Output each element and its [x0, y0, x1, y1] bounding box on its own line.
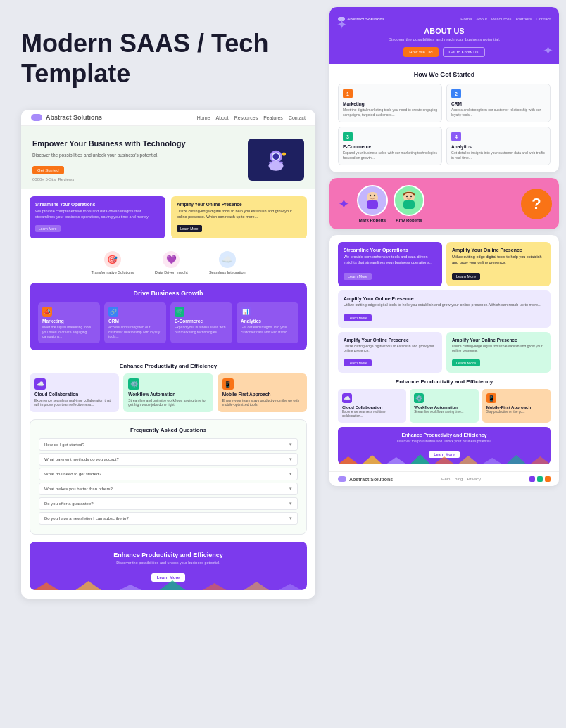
rc3-footer: Abstract Solutions Help Blog Privacy — [329, 471, 559, 486]
rc3-amplify-title: Amplify Your Online Presence — [452, 248, 545, 253]
mobile-icon: 📱 — [222, 378, 234, 390]
svg-marker-25 — [386, 457, 406, 464]
feature-card-streamline: Streamline Your Operations We provide co… — [30, 196, 165, 238]
faq-item-6[interactable]: Do you have a newsletter I can subscribe… — [39, 512, 298, 525]
svg-rect-4 — [269, 162, 272, 164]
rc3-full-text-1: Utilize cutting-edge digital tools to he… — [344, 302, 545, 307]
grid-item-marketing: 1 Marketing Meet the digital marketing t… — [338, 84, 442, 122]
question-badge: ? — [521, 189, 552, 219]
svg-point-17 — [370, 195, 371, 196]
rc3-full-btn-1[interactable]: Learn More — [344, 314, 372, 321]
chevron-down-icon: ▾ — [289, 456, 292, 462]
rc3-half-btn-1[interactable]: Learn More — [344, 359, 372, 366]
rc3-half-card-2: Amplify Your Online Presence Utilize cut… — [446, 332, 551, 373]
rc3-amplify-btn[interactable]: Learn More — [452, 273, 480, 280]
svg-marker-23 — [338, 456, 358, 464]
sparkle-star-icon: ✦ — [337, 17, 347, 32]
drive-card-ecommerce: 🛒 E-Commerce Expand your business sales … — [170, 302, 232, 343]
rc3-enhance-grid: ☁️ Cloud Collaboration Experience seamle… — [338, 389, 551, 423]
preview-hero: Empower Your Business with Technology Di… — [21, 126, 315, 189]
rc3-cta: Enhance Productivity and Efficiency Disc… — [338, 427, 551, 464]
svg-marker-11 — [198, 583, 232, 590]
svg-marker-28 — [458, 456, 478, 464]
testimonials-inner: ✦ — [329, 178, 559, 229]
icon-item-transformative: 🎯 Transformative Solutions — [91, 251, 134, 274]
faq-title: Frequently Asked Questions — [39, 427, 298, 433]
svg-point-21 — [406, 196, 408, 197]
about-body: How We Got Started 1 Marketing Meet the … — [329, 64, 559, 172]
hero-reviews: 6000+ 5-Star Reviews — [32, 177, 239, 181]
svg-rect-20 — [403, 200, 415, 209]
svg-marker-9 — [113, 585, 147, 590]
rc3-amplify-text: Utilize cutting-edge digital tools to he… — [452, 255, 545, 265]
get-to-know-button[interactable]: Get to Know Us — [443, 47, 485, 57]
testimonial-name-mark: Mark Roberts — [359, 218, 386, 222]
icon-label-integration: Seamless Integration — [209, 270, 246, 274]
drive-card-marketing: 📣 Marketing Meet the digital marketing t… — [38, 302, 100, 343]
dot-orange — [545, 476, 551, 482]
cloud-icon: ☁️ — [219, 251, 236, 268]
rc1-nav-links: Home About Resources Partners Contact — [460, 17, 551, 21]
feature-card-text: We provide comprehensive tools and data-… — [35, 209, 160, 219]
rc3-full-amplify-card-1: Amplify Your Online Presence Utilize cut… — [338, 290, 551, 328]
rc3-body: Streamline Your Operations We provide co… — [329, 235, 559, 471]
how-started-grid: 1 Marketing Meet the digital marketing t… — [338, 84, 551, 165]
faq-item-5[interactable]: Do you offer a guarantee? ▾ — [39, 497, 298, 510]
svg-marker-13 — [273, 584, 307, 590]
avatar-mark: Mark Roberts — [357, 185, 388, 222]
step-4-number: 4 — [451, 132, 461, 141]
faq-section: Frequently Asked Questions How do I get … — [30, 419, 307, 535]
dot-green — [537, 476, 543, 482]
step-1-number: 1 — [343, 89, 353, 98]
icon-item-data: 💜 Data Driven Insight — [155, 251, 188, 274]
cta-wave — [338, 453, 551, 464]
cta-title-left: Enhance Productivity and Efficiency — [38, 551, 298, 558]
chevron-down-icon: ▾ — [289, 486, 292, 492]
faq-item-4[interactable]: What makes you better than others? ▾ — [39, 483, 298, 495]
footer-links: Help Blog Privacy — [441, 477, 481, 481]
rec-workflow: ⚙️ Workflow Automation Streamline workfl… — [410, 389, 478, 423]
heart-icon: 💜 — [163, 251, 180, 268]
amplify-learn-more-button[interactable]: Learn More — [177, 225, 202, 232]
preview-icons-row: 🎯 Transformative Solutions 💜 Data Driven… — [21, 245, 315, 283]
left-panel: Modern SAAS / Tech Template Abstract Sol… — [0, 0, 329, 728]
footer-logo-cloud-icon — [338, 476, 346, 482]
hero-image — [248, 139, 304, 181]
rc3-streamline-title: Streamline Your Operations — [344, 248, 436, 253]
rc1-nav: Abstract Solutions Home About Resources … — [338, 17, 551, 21]
feature-card-text-2: Utilize cutting-edge digital tools to he… — [177, 209, 301, 219]
how-we-did-button[interactable]: How We Did — [403, 47, 438, 57]
enhance-cards: ☁️ Cloud Collaboration Experience seamle… — [21, 373, 315, 419]
svg-marker-12 — [239, 582, 273, 590]
faq-item-3[interactable]: What do I need to get started? ▾ — [39, 468, 298, 480]
hero-cta-button[interactable]: Get Started — [32, 166, 64, 174]
enhance-card-mobile: 📱 Mobile-First Approach Ensure your team… — [218, 373, 307, 412]
hero-subtitle: Discover the possibilities and unlock yo… — [32, 153, 239, 158]
cloud-icon-2: ☁️ — [342, 393, 352, 403]
about-buttons: How We Did Get to Know Us — [338, 47, 551, 57]
ecommerce-icon: 🛒 — [175, 307, 184, 317]
streamline-learn-more-button[interactable]: Learn More — [35, 225, 61, 232]
faq-item-1[interactable]: How do I get started? ▾ — [39, 438, 298, 451]
enhance-card-workflow: ⚙️ Workflow Automation Streamline and op… — [123, 373, 213, 412]
drive-cards: 📣 Marketing Meet the digital marketing t… — [38, 302, 298, 343]
drive-title: Drive Business Growth — [38, 290, 298, 297]
svg-rect-5 — [279, 162, 282, 164]
marketing-icon: 📣 — [42, 307, 52, 317]
rec-cloud: ☁️ Cloud Collaboration Experience seamle… — [338, 389, 406, 423]
svg-marker-10 — [156, 580, 189, 590]
dot-purple — [529, 476, 535, 482]
svg-point-3 — [273, 154, 279, 160]
faq-item-2[interactable]: What payment methods do you accept? ▾ — [39, 453, 298, 466]
rc3-enhance-title: Enhance Productivity and Efficiency — [338, 378, 551, 385]
rc3-enhance-section: Enhance Productivity and Efficiency ☁️ C… — [338, 378, 551, 423]
rc3-half-btn-2[interactable]: Learn More — [452, 359, 480, 366]
rc3-streamline-btn[interactable]: Learn More — [344, 273, 372, 280]
purple-star-icon: ✦ — [338, 196, 350, 212]
svg-marker-26 — [410, 454, 430, 464]
grid-item-crm: 2 CRM Access and strengthen our customer… — [446, 84, 551, 122]
avatar-icon-male — [357, 185, 388, 216]
svg-marker-29 — [482, 458, 503, 464]
avatar-icon-female — [394, 185, 424, 216]
hero-title: Empower Your Business with Technology — [32, 139, 239, 149]
